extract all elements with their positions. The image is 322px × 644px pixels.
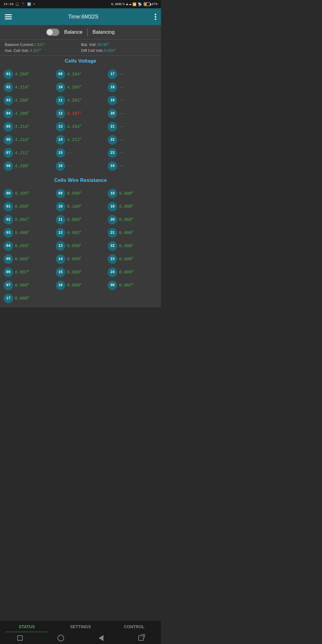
cell-value: 4.209V bbox=[15, 111, 29, 116]
cells-voltage-grid: 014.204V094.204V17-- 024.214V104.205V18-… bbox=[0, 66, 161, 175]
cell-value: -- bbox=[119, 98, 124, 103]
cell-item: 19-- bbox=[106, 94, 159, 107]
balance-toggle[interactable] bbox=[46, 29, 59, 36]
cell-badge: 04 bbox=[4, 109, 13, 118]
resistance-item: 170.000Ω bbox=[2, 292, 55, 305]
resistance-value: 0.083Ω bbox=[15, 243, 29, 248]
resistance-badge: 21 bbox=[108, 228, 117, 238]
cells-voltage-header: Cells Voltage bbox=[0, 56, 161, 66]
cell-badge: 21 bbox=[108, 122, 117, 131]
cell-item: 18-- bbox=[106, 81, 159, 94]
cell-item: 15-- bbox=[55, 146, 107, 160]
cell-badge: 08 bbox=[4, 161, 13, 171]
resistance-item: 210.000Ω bbox=[106, 226, 159, 239]
cell-badge: 01 bbox=[4, 69, 13, 79]
resistance-badge: 20 bbox=[108, 215, 117, 225]
ave-cell-volt-stat: Ave. Cell Volt.:4.207V bbox=[5, 48, 80, 53]
battery-icon bbox=[144, 2, 150, 6]
ave-cell-volt-label: Ave. Cell Volt.: bbox=[5, 49, 30, 53]
cell-badge: 23 bbox=[108, 148, 117, 158]
cell-badge: 03 bbox=[4, 96, 13, 105]
resistance-item: 030.088Ω bbox=[2, 226, 55, 239]
cell-item: 23-- bbox=[106, 146, 159, 160]
resistance-badge: 17 bbox=[4, 294, 13, 303]
cell-badge: 02 bbox=[4, 83, 13, 92]
resistance-badge: 03 bbox=[4, 228, 13, 238]
cell-value: -- bbox=[119, 85, 124, 90]
balance-label: Balance bbox=[64, 29, 82, 35]
cell-item: 094.204V bbox=[55, 68, 107, 81]
cell-value: 4.204V bbox=[67, 124, 81, 129]
resistance-badge: 00 bbox=[4, 189, 13, 198]
cell-item: 024.214V bbox=[2, 81, 55, 94]
resistance-item: 090.090Ω bbox=[55, 187, 107, 200]
toggle-divider bbox=[87, 28, 88, 36]
ave-cell-volt-value: 4.207 bbox=[30, 49, 40, 53]
cell-item: 044.209V bbox=[2, 107, 55, 120]
more-menu[interactable] bbox=[155, 14, 156, 20]
resistance-value: 0.092Ω bbox=[119, 283, 133, 288]
cell-badge: 11 bbox=[56, 96, 65, 105]
cell-item: 084.209V bbox=[2, 160, 55, 173]
resistance-value: 0.000Ω bbox=[119, 191, 133, 196]
cell-value: -- bbox=[119, 111, 124, 116]
signal-icon: 📶 bbox=[132, 2, 137, 6]
resistance-value: 0.000Ω bbox=[119, 204, 133, 209]
cell-item: 17-- bbox=[106, 68, 159, 81]
resistance-item: 020.091Ω bbox=[2, 213, 55, 226]
resistance-item: 070.088Ω bbox=[2, 279, 55, 292]
cell-item: 22-- bbox=[106, 133, 159, 146]
hamburger-menu[interactable] bbox=[5, 14, 12, 19]
cell-badge: 24 bbox=[108, 161, 117, 171]
bat-volt-label: Bat. Volt.: bbox=[81, 42, 98, 47]
balance-current-label: Balance Current: bbox=[5, 42, 34, 47]
resistance-item: 120.092Ω bbox=[55, 226, 107, 239]
cell-badge: 17 bbox=[108, 69, 117, 79]
resistance-item: 220.000Ω bbox=[106, 239, 159, 253]
bat-volt-value: 58.90 bbox=[98, 42, 108, 47]
bat-volt-stat: Bat. Volt.:58.90V bbox=[81, 42, 156, 47]
cell-badge: 19 bbox=[108, 96, 117, 105]
resistance-value: 0.000Ω bbox=[119, 270, 133, 275]
cell-value: 4.214V bbox=[15, 85, 29, 90]
resistance-value: 0.000Ω bbox=[119, 256, 133, 261]
cell-item: 114.201V bbox=[55, 94, 107, 107]
resistance-value: 0.091Ω bbox=[15, 217, 29, 222]
cell-item: 034.208V bbox=[2, 94, 55, 107]
resistance-item: 060.097Ω bbox=[2, 266, 55, 279]
cell-value: 4.208V bbox=[15, 98, 29, 103]
cell-value: -- bbox=[119, 151, 124, 155]
bluetooth-icon: ✱ bbox=[126, 2, 128, 6]
balancing-label: Balancing bbox=[92, 29, 115, 35]
cell-value: 4.214V bbox=[15, 124, 29, 129]
resistance-badge: 15 bbox=[56, 267, 65, 277]
resistance-value: 0.000Ω bbox=[119, 230, 133, 235]
balance-toggle-row: Balance Balancing bbox=[0, 25, 161, 40]
cell-value: 4.204V bbox=[67, 72, 81, 77]
resistance-item: 110.088Ω bbox=[55, 213, 107, 226]
toggle-knob bbox=[47, 29, 53, 35]
cell-item: 16-- bbox=[55, 160, 107, 173]
resistance-item: 140.099Ω bbox=[55, 253, 107, 266]
nav-title: Time:6M32S bbox=[68, 14, 98, 20]
cell-badge: 12 bbox=[56, 109, 65, 118]
resistance-value: 0.105Ω bbox=[15, 191, 29, 196]
resistance-value: 0.092Ω bbox=[67, 230, 81, 235]
diff-cell-volt-label: Diff Cell Volt.: bbox=[81, 49, 104, 53]
cell-value: -- bbox=[119, 137, 124, 142]
resistance-value: 0.000Ω bbox=[67, 283, 81, 288]
cell-badge: 13 bbox=[56, 122, 65, 131]
resistance-badge: 24 bbox=[108, 267, 117, 277]
cell-badge: 16 bbox=[56, 161, 65, 171]
resistance-item: 010.095Ω bbox=[2, 200, 55, 213]
resistance-value: 0.095Ω bbox=[15, 204, 29, 209]
cell-value: -- bbox=[119, 164, 124, 168]
diff-cell-volt-stat: Diff Cell Volt.:0.033V bbox=[81, 48, 156, 53]
resistance-badge: 05 bbox=[4, 254, 13, 264]
cell-badge: 14 bbox=[56, 135, 65, 145]
resistance-value: 0.090Ω bbox=[67, 243, 81, 248]
cell-value: -- bbox=[119, 72, 124, 77]
cell-item: 054.214V bbox=[2, 120, 55, 133]
resistance-item: 230.000Ω bbox=[106, 253, 159, 266]
resistance-item: 240.000Ω bbox=[106, 266, 159, 279]
